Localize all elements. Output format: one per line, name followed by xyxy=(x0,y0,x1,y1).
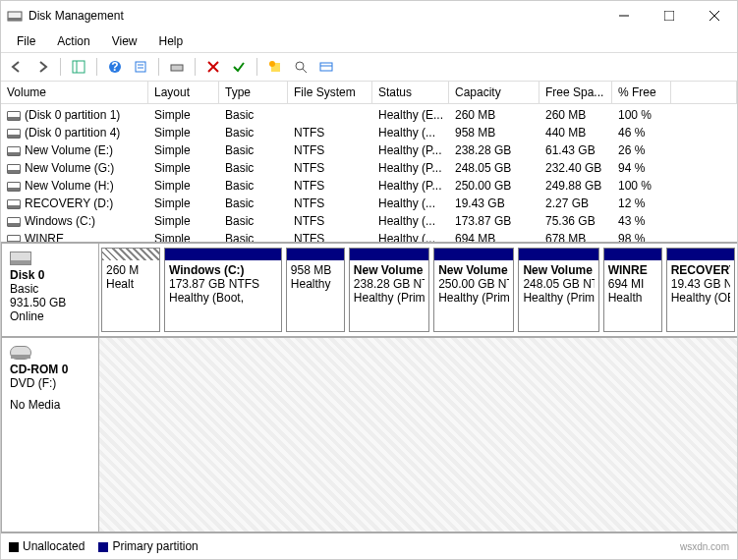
volume-free: 232.40 GB xyxy=(539,159,612,177)
volume-row[interactable]: RECOVERY (D:)SimpleBasicNTFSHealthy (...… xyxy=(1,195,737,212)
volume-row[interactable]: New Volume (G:)SimpleBasicNTFSHealthy (P… xyxy=(1,159,737,177)
volume-icon xyxy=(7,146,21,156)
help-button[interactable]: ? xyxy=(105,57,125,77)
disk-icon xyxy=(10,252,31,265)
search-button[interactable] xyxy=(291,57,311,77)
volume-row[interactable]: New Volume (E:)SimpleBasicNTFSHealthy (P… xyxy=(1,141,737,159)
settings-button[interactable] xyxy=(131,57,150,77)
disk0-status: Online xyxy=(10,309,90,323)
back-button[interactable] xyxy=(7,57,27,77)
col-volume[interactable]: Volume xyxy=(1,82,148,103)
disk0-label[interactable]: Disk 0 Basic 931.50 GB Online xyxy=(1,243,99,337)
delete-button[interactable] xyxy=(203,57,223,77)
minimize-button[interactable] xyxy=(601,1,647,30)
partition-size: 694 MI xyxy=(608,277,657,291)
menu-action[interactable]: Action xyxy=(47,32,99,50)
volume-row[interactable]: (Disk 0 partition 4)SimpleBasicNTFSHealt… xyxy=(1,124,737,141)
partition-name: New Volume ( xyxy=(438,263,509,277)
disk0-name: Disk 0 xyxy=(10,268,90,282)
volume-free: 61.43 GB xyxy=(539,141,612,159)
col-status[interactable]: Status xyxy=(372,82,449,103)
volume-capacity: 250.00 GB xyxy=(449,177,539,195)
volume-capacity: 19.43 GB xyxy=(449,195,539,212)
volume-list: Volume Layout Type File System Status Ca… xyxy=(1,82,737,243)
cdrom-status: No Media xyxy=(10,398,90,412)
col-spacer xyxy=(671,82,737,103)
legend-primary: Primary partition xyxy=(98,539,198,553)
col-type[interactable]: Type xyxy=(219,82,288,103)
partition-size: 19.43 GB NTI xyxy=(671,277,730,291)
volume-pct: 43 % xyxy=(612,212,671,230)
volume-icon xyxy=(7,217,21,227)
volume-pct: 26 % xyxy=(612,141,671,159)
partition-block[interactable]: New Volume (248.05 GB NTFSHealthy (Prima… xyxy=(518,248,598,332)
partition-status: Healthy xyxy=(291,277,340,291)
col-filesystem[interactable]: File System xyxy=(288,82,372,103)
volume-name: (Disk 0 partition 4) xyxy=(25,126,120,140)
list-button[interactable] xyxy=(316,57,336,77)
check-button[interactable] xyxy=(229,57,249,77)
show-hide-tree-button[interactable] xyxy=(69,57,88,77)
col-layout[interactable]: Layout xyxy=(148,82,219,103)
graphical-view: Disk 0 Basic 931.50 GB Online 260 MHealt… xyxy=(1,243,737,532)
partition-block[interactable]: New Volume (238.28 GB NTFSHealthy (Prima… xyxy=(349,248,429,332)
properties-button[interactable] xyxy=(167,57,187,77)
volume-row[interactable]: Windows (C:)SimpleBasicNTFSHealthy (...1… xyxy=(1,212,737,230)
partition-block[interactable]: Windows (C:)173.87 GB NTFSHealthy (Boot, xyxy=(164,248,282,332)
partition-block[interactable]: New Volume (250.00 GB NTFSHealthy (Prima… xyxy=(433,248,514,332)
volume-row[interactable]: WINRESimpleBasicNTFSHealthy (...694 MB67… xyxy=(1,230,737,242)
volume-name: Windows (C:) xyxy=(25,214,95,228)
partition-block[interactable]: 260 MHealt xyxy=(101,248,160,332)
col-pct[interactable]: % Free xyxy=(612,82,671,103)
volume-type: Basic xyxy=(219,124,288,141)
volume-row[interactable]: (Disk 0 partition 1)SimpleBasicHealthy (… xyxy=(1,106,737,124)
partition-status: Health xyxy=(608,291,657,305)
volume-icon xyxy=(7,164,21,174)
legend-unallocated: Unallocated xyxy=(9,539,85,553)
partition-name: RECOVERY xyxy=(671,263,730,277)
volume-row[interactable]: New Volume (H:)SimpleBasicNTFSHealthy (P… xyxy=(1,177,737,195)
svg-point-17 xyxy=(269,61,275,67)
partition-name: Windows (C:) xyxy=(169,263,277,277)
volume-name: (Disk 0 partition 1) xyxy=(25,108,120,122)
partition-stripe xyxy=(667,249,734,260)
partition-size: 250.00 GB NTFS xyxy=(438,277,509,291)
volume-type: Basic xyxy=(219,230,288,242)
partition-status: Healthy (Boot, xyxy=(169,291,277,305)
partition-stripe xyxy=(287,249,344,260)
volume-free: 678 MB xyxy=(539,230,612,242)
volume-capacity: 958 MB xyxy=(449,124,539,141)
cdrom-partitions xyxy=(99,337,737,532)
close-button[interactable] xyxy=(692,1,737,30)
menu-help[interactable]: Help xyxy=(149,32,194,50)
cdrom-label[interactable]: CD-ROM 0 DVD (F:) No Media xyxy=(1,337,99,532)
maximize-button[interactable] xyxy=(647,1,692,30)
new-partition-button[interactable] xyxy=(265,57,285,77)
partition-name: New Volume ( xyxy=(354,263,425,277)
menu-view[interactable]: View xyxy=(102,32,147,50)
volume-type: Basic xyxy=(219,159,288,177)
partition-size: 260 M xyxy=(106,263,155,277)
volume-free: 249.88 GB xyxy=(539,177,612,195)
svg-rect-1 xyxy=(8,18,22,21)
disk0-size: 931.50 GB xyxy=(10,296,90,309)
col-capacity[interactable]: Capacity xyxy=(449,82,539,103)
disk0-partitions: 260 MHealtWindows (C:)173.87 GB NTFSHeal… xyxy=(99,243,737,337)
volume-icon xyxy=(7,129,21,139)
svg-point-18 xyxy=(296,62,304,70)
menu-file[interactable]: File xyxy=(7,32,45,50)
volume-capacity: 248.05 GB xyxy=(449,159,539,177)
volume-status: Healthy (P... xyxy=(372,141,449,159)
volume-icon xyxy=(7,182,21,192)
volume-name: New Volume (E:) xyxy=(25,143,113,157)
forward-button[interactable] xyxy=(32,57,52,77)
window-title: Disk Management xyxy=(28,9,601,23)
partition-status: Healthy (Primar xyxy=(438,291,509,305)
col-free[interactable]: Free Spa... xyxy=(539,82,612,103)
volume-pct: 12 % xyxy=(612,195,671,212)
partition-block[interactable]: RECOVERY19.43 GB NTIHealthy (OEI xyxy=(666,248,735,332)
partition-block[interactable]: 958 MBHealthy xyxy=(286,248,345,332)
partition-block[interactable]: WINRE694 MIHealth xyxy=(603,248,662,332)
volume-icon xyxy=(7,111,21,121)
partition-size: 248.05 GB NTFS xyxy=(523,277,594,291)
